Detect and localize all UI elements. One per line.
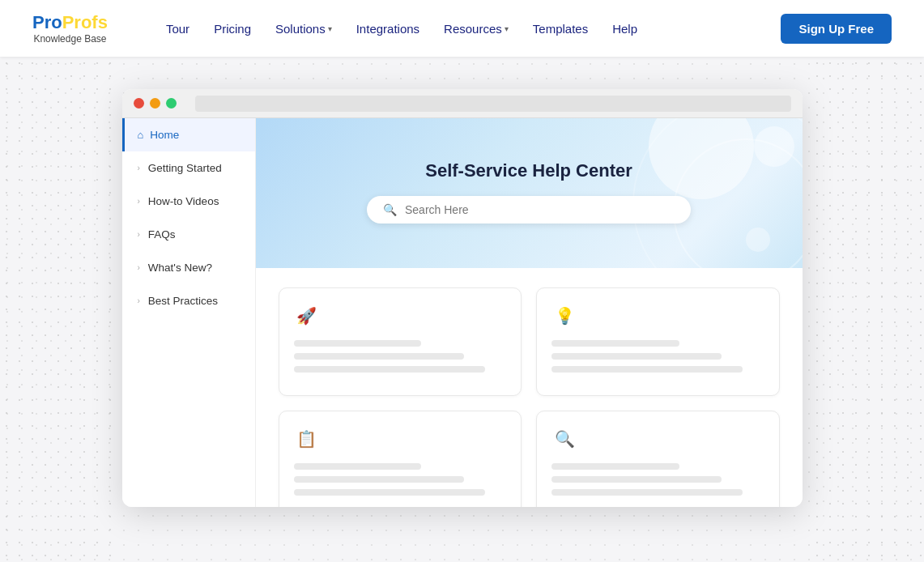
card-3-line-2 [294, 476, 464, 483]
browser-body: ⌂ Home › Getting Started › How-to Videos… [122, 118, 803, 507]
window-minimize-dot[interactable] [150, 98, 160, 109]
nav-pricing[interactable]: Pricing [204, 15, 261, 42]
card-4[interactable]: 🔍 [536, 411, 780, 507]
card-4-line-3 [551, 489, 743, 496]
nav-resources[interactable]: Resources ▾ [434, 15, 518, 42]
logo-pro: Pro [32, 12, 62, 33]
sidebar-getting-started-label: Getting Started [148, 162, 222, 174]
dot-bg-left [0, 57, 113, 562]
sidebar-whats-new-label: What's New? [148, 262, 212, 274]
hero-banner: Self-Service Help Center 🔍 [256, 118, 803, 268]
card-2-icon: 💡 [551, 303, 577, 329]
sidebar: ⌂ Home › Getting Started › How-to Videos… [122, 118, 256, 507]
cards-grid: 🚀 💡 📋 [256, 268, 803, 507]
hero-arc2-decoration [632, 118, 803, 268]
window-close-dot[interactable] [134, 98, 144, 109]
navbar: ProProfs Knowledge Base Tour Pricing Sol… [0, 0, 924, 57]
card-1-line-1 [294, 340, 422, 347]
sidebar-faqs-label: FAQs [148, 228, 176, 241]
card-2[interactable]: 💡 [536, 287, 780, 396]
nav-templates[interactable]: Templates [523, 15, 598, 42]
browser-window: ⌂ Home › Getting Started › How-to Videos… [122, 89, 803, 507]
sidebar-item-whats-new[interactable]: › What's New? [122, 251, 255, 284]
card-1[interactable]: 🚀 [279, 287, 522, 396]
nav-links: Tour Pricing Solutions ▾ Integrations Re… [156, 15, 781, 42]
card-4-line-1 [551, 463, 679, 470]
window-maximize-dot[interactable] [166, 98, 177, 109]
hero-title: Self-Service Help Center [425, 160, 632, 181]
logo-sub: Knowledge Base [32, 33, 108, 45]
dot-bg-right [811, 57, 924, 562]
chevron-how-to-videos: › [138, 197, 140, 206]
main-area: ⌂ Home › Getting Started › How-to Videos… [0, 57, 924, 562]
card-1-icon: 🚀 [294, 303, 320, 329]
card-3-line-1 [294, 463, 422, 470]
card-2-line-1 [551, 340, 679, 347]
hero-search-bar[interactable]: 🔍 [367, 196, 691, 224]
address-bar[interactable] [195, 96, 791, 112]
card-3[interactable]: 📋 [279, 411, 522, 507]
chevron-best-practices: › [138, 296, 140, 305]
card-2-line-3 [551, 366, 743, 373]
sidebar-home-label: Home [150, 129, 179, 141]
home-icon: ⌂ [138, 129, 144, 141]
card-2-line-2 [551, 353, 722, 360]
chevron-faqs: › [138, 230, 140, 239]
resources-dropdown-arrow: ▾ [505, 24, 509, 33]
nav-solutions[interactable]: Solutions ▾ [266, 15, 342, 42]
sidebar-item-getting-started[interactable]: › Getting Started [122, 151, 255, 185]
content-panel: Self-Service Help Center 🔍 🚀 [256, 118, 803, 507]
nav-help[interactable]: Help [603, 15, 647, 42]
search-icon: 🔍 [383, 203, 397, 216]
chevron-whats-new: › [138, 263, 140, 272]
sidebar-item-how-to-videos[interactable]: › How-to Videos [122, 185, 255, 218]
solutions-dropdown-arrow: ▾ [328, 24, 332, 33]
card-4-line-2 [551, 476, 722, 483]
sidebar-item-home[interactable]: ⌂ Home [122, 118, 255, 151]
nav-integrations[interactable]: Integrations [347, 15, 429, 42]
sidebar-item-best-practices[interactable]: › Best Practices [122, 284, 255, 317]
chevron-getting-started: › [138, 164, 140, 172]
sidebar-best-practices-label: Best Practices [148, 295, 218, 307]
nav-tour[interactable]: Tour [156, 15, 199, 42]
signup-button[interactable]: Sign Up Free [781, 14, 892, 44]
browser-chrome [122, 89, 803, 118]
card-4-icon: 🔍 [551, 426, 577, 452]
card-1-line-2 [294, 353, 464, 360]
card-3-line-3 [294, 489, 485, 496]
logo-profs: Profs [62, 12, 108, 33]
sidebar-how-to-videos-label: How-to Videos [148, 195, 219, 207]
card-3-icon: 📋 [294, 426, 320, 452]
sidebar-item-faqs[interactable]: › FAQs [122, 218, 255, 251]
search-input[interactable] [405, 203, 675, 216]
card-1-line-3 [294, 366, 485, 373]
logo[interactable]: ProProfs Knowledge Base [32, 12, 108, 45]
